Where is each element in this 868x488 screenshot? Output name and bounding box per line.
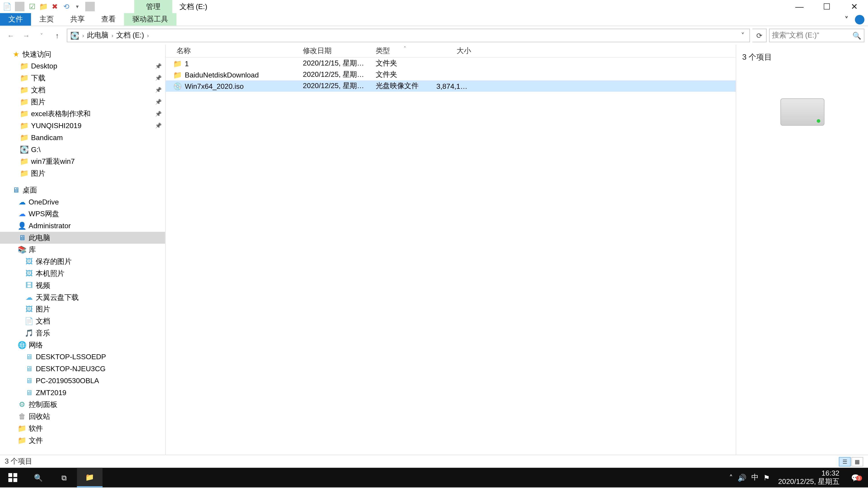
tree-item[interactable]: ☁ WPS网盘 xyxy=(0,208,165,220)
folder-icon: 📁 xyxy=(19,62,30,70)
tree-item-label: 图片 xyxy=(36,304,50,314)
file-row[interactable]: 📁BaiduNetdiskDownload 2020/12/25, 星期五 1.… xyxy=(166,69,736,80)
recent-dropdown-icon[interactable]: ˅ xyxy=(35,28,49,42)
tree-item[interactable]: 📁 Desktop xyxy=(0,60,165,72)
tree-item[interactable]: ☁ 天翼云盘下载 xyxy=(0,291,165,303)
tree-item[interactable]: 📁 YUNQISHI2019 xyxy=(0,120,165,132)
tab-drive-tools[interactable]: 驱动器工具 xyxy=(124,13,177,26)
tree-item[interactable]: 🖥 桌面 xyxy=(0,184,165,196)
qa-delete-icon[interactable]: ✖ xyxy=(50,2,60,11)
maximize-button[interactable]: ☐ xyxy=(813,0,840,13)
view-details-button[interactable]: ☰ xyxy=(839,457,851,466)
tree-item[interactable]: 📁 文档 xyxy=(0,84,165,96)
address-bar[interactable]: 💽 › 此电脑 › 文档 (E:) › ˅ xyxy=(67,29,750,42)
file-row[interactable]: 💿Win7x64_2020.iso 2020/12/25, 星期五 1... 光… xyxy=(166,80,736,92)
file-rows[interactable]: 📁1 2020/12/15, 星期二 1... 文件夹 📁BaiduNetdis… xyxy=(166,58,736,455)
tree-item-label: win7重装win7 xyxy=(31,156,74,166)
view-icons-button[interactable]: ▦ xyxy=(851,457,863,466)
tree-item[interactable]: ☁ OneDrive xyxy=(0,196,165,208)
tree-item[interactable]: 📁 文件 xyxy=(0,434,165,447)
tree-item-label: Administrator xyxy=(29,222,71,230)
ribbon-expand-icon[interactable]: ˅ xyxy=(842,15,851,24)
minimize-button[interactable]: — xyxy=(786,0,813,13)
body: ★ 快速访问 📁 Desktop 📁 下载 📁 文档 📁 图片 📁 excel表… xyxy=(0,45,868,455)
security-icon[interactable]: ⚑ xyxy=(763,473,770,482)
tree-item[interactable]: 🖥 DESKTOP-NJEU3CG xyxy=(0,363,165,375)
qa-newfolder-icon[interactable]: 📁 xyxy=(39,2,48,11)
tree-item[interactable]: 🖥 PC-20190530OBLA xyxy=(0,375,165,387)
svg-rect-2 xyxy=(8,478,12,482)
up-button[interactable]: ↑ xyxy=(50,28,64,42)
start-button[interactable] xyxy=(0,468,26,487)
chevron-right-icon[interactable]: › xyxy=(146,33,150,38)
tree-item[interactable]: 🖥 此电脑 xyxy=(0,232,165,244)
tree-item[interactable]: 🎵 音乐 xyxy=(0,327,165,339)
qa-properties-icon[interactable]: ☑ xyxy=(27,2,37,11)
column-type[interactable]: 类型 xyxy=(372,46,433,56)
volume-icon[interactable]: 🔊 xyxy=(738,473,747,482)
tree-item[interactable]: 📁 Bandicam xyxy=(0,132,165,144)
folder-icon: 📁 xyxy=(19,133,30,142)
tab-home[interactable]: 主页 xyxy=(31,13,62,26)
column-size[interactable]: 大小 xyxy=(433,46,475,56)
refresh-button[interactable]: ⟳ xyxy=(752,29,767,42)
context-tab-manage[interactable]: 管理 xyxy=(134,0,172,13)
address-history-dropdown-icon[interactable]: ˅ xyxy=(737,31,748,39)
tree-item[interactable]: 📄 文档 xyxy=(0,315,165,327)
search-box[interactable]: 搜索"文档 (E:)" 🔍 xyxy=(769,29,864,42)
tree-item[interactable]: 📁 下载 xyxy=(0,72,165,84)
task-view-button[interactable]: ⧉ xyxy=(51,468,77,487)
help-icon[interactable]: ? xyxy=(855,15,864,24)
tree-item[interactable]: ⚙ 控制面板 xyxy=(0,398,165,411)
cloud-icon: ☁ xyxy=(17,198,27,206)
tree-item[interactable]: 📁 图片 xyxy=(0,96,165,108)
tab-share[interactable]: 共享 xyxy=(62,13,93,26)
column-date[interactable]: 修改日期 xyxy=(299,46,372,56)
tree-item[interactable]: 🗑 回收站 xyxy=(0,411,165,422)
search-button[interactable]: 🔍 xyxy=(26,468,51,487)
close-button[interactable]: ✕ xyxy=(841,0,868,13)
tree-item[interactable]: 🖼 本机照片 xyxy=(0,267,165,280)
navigation-pane[interactable]: ★ 快速访问 📁 Desktop 📁 下载 📁 文档 📁 图片 📁 excel表… xyxy=(0,45,166,455)
column-name[interactable]: 名称 xyxy=(166,46,299,56)
tree-item[interactable]: 🎞 视频 xyxy=(0,280,165,291)
chevron-right-icon[interactable]: › xyxy=(110,33,114,38)
action-center-button[interactable]: 💬3 xyxy=(848,473,863,482)
cloud-icon: ☁ xyxy=(24,293,34,302)
tree-item-label: WPS网盘 xyxy=(29,209,59,219)
search-icon[interactable]: 🔍 xyxy=(852,31,862,39)
tree-item[interactable]: 📁 图片 xyxy=(0,167,165,180)
tab-file[interactable]: 文件 xyxy=(0,13,31,26)
tree-item[interactable]: 🖼 图片 xyxy=(0,303,165,315)
folder-icon: 📁 xyxy=(17,436,27,445)
pc-icon: 🖥 xyxy=(24,353,34,361)
tree-item[interactable]: 🌐 网络 xyxy=(0,339,165,351)
file-row[interactable]: 📁1 2020/12/15, 星期二 1... 文件夹 xyxy=(166,58,736,69)
clock[interactable]: 16:32 2020/12/25, 星期五 xyxy=(775,470,843,486)
tree-item[interactable]: 📚 库 xyxy=(0,244,165,256)
breadcrumb[interactable]: 文档 (E:) xyxy=(114,31,146,41)
qa-undo-icon[interactable]: ⟲ xyxy=(61,2,71,11)
tab-view[interactable]: 查看 xyxy=(93,13,124,26)
back-button[interactable]: ← xyxy=(4,28,18,42)
tree-item[interactable]: 👤 Administrator xyxy=(0,220,165,232)
tray-overflow-icon[interactable]: ˄ xyxy=(729,473,733,482)
file-date: 2020/12/25, 星期五 1... xyxy=(299,70,372,80)
file-name: Win7x64_2020.iso xyxy=(185,82,244,90)
tree-item[interactable]: 📁 excel表格制作求和 xyxy=(0,108,165,120)
file-name: BaiduNetdiskDownload xyxy=(185,71,259,79)
tree-item[interactable]: 📁 软件 xyxy=(0,422,165,434)
chevron-right-icon[interactable]: › xyxy=(81,33,85,38)
tree-item[interactable]: ★ 快速访问 xyxy=(0,48,165,60)
tree-item[interactable]: 📁 win7重装win7 xyxy=(0,156,165,167)
ime-indicator[interactable]: 中 xyxy=(751,473,758,483)
star-icon: ★ xyxy=(11,50,21,59)
taskbar-explorer[interactable]: 📁 xyxy=(77,468,102,487)
forward-button[interactable]: → xyxy=(19,28,33,42)
tree-item[interactable]: 🖥 DESKTOP-LSSOEDP xyxy=(0,351,165,363)
breadcrumb[interactable]: 此电脑 xyxy=(85,31,110,41)
qa-dropdown-icon[interactable]: ▾ xyxy=(73,2,82,11)
tree-item[interactable]: 🖼 保存的图片 xyxy=(0,256,165,267)
tree-item[interactable]: 🖥 ZMT2019 xyxy=(0,387,165,399)
tree-item[interactable]: 💽 G:\ xyxy=(0,144,165,156)
